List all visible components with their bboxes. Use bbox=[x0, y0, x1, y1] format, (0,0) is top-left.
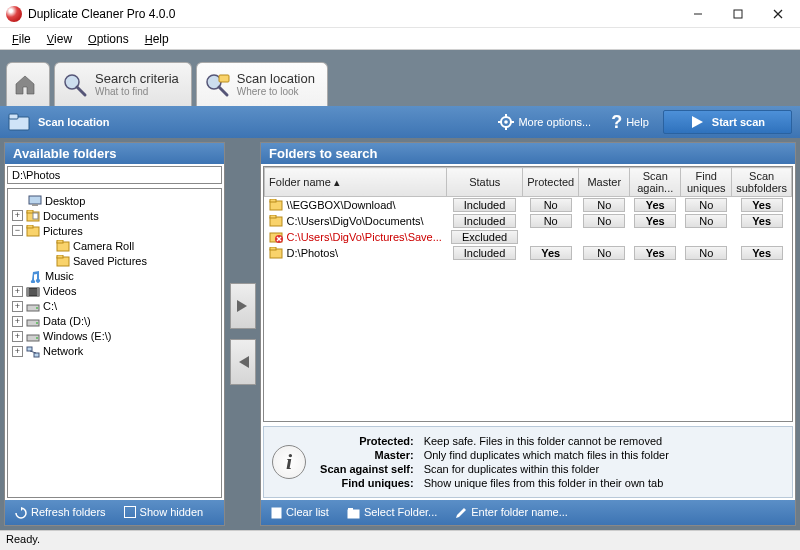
col-folder-name[interactable]: Folder name ▴ bbox=[265, 168, 447, 197]
show-hidden-toggle[interactable]: Show hidden bbox=[120, 504, 208, 520]
menu-options[interactable]: Options bbox=[82, 30, 135, 48]
svg-rect-30 bbox=[27, 288, 29, 296]
music-icon bbox=[28, 269, 42, 282]
svg-rect-1 bbox=[734, 10, 742, 18]
svg-rect-10 bbox=[9, 114, 18, 119]
title-bar: Duplicate Cleaner Pro 4.0.0 bbox=[0, 0, 800, 28]
more-options-button[interactable]: More options... bbox=[492, 110, 597, 134]
refresh-folders-button[interactable]: Refresh folders bbox=[11, 504, 110, 521]
clear-list-button[interactable]: Clear list bbox=[267, 504, 333, 521]
tree-data-drive[interactable]: Data (D:\) bbox=[43, 315, 91, 327]
play-icon bbox=[690, 115, 704, 129]
col-scan-against[interactable]: Scan again... bbox=[630, 168, 681, 197]
documents-icon bbox=[26, 209, 40, 222]
tab-scan-title: Scan location bbox=[237, 72, 315, 86]
collapse-icon[interactable]: − bbox=[12, 225, 23, 236]
gear-icon bbox=[498, 114, 514, 130]
svg-marker-17 bbox=[692, 116, 703, 128]
svg-rect-31 bbox=[37, 288, 39, 296]
info-icon: i bbox=[272, 445, 306, 479]
svg-line-5 bbox=[77, 87, 85, 95]
expand-icon[interactable]: + bbox=[12, 210, 23, 221]
col-protected[interactable]: Protected bbox=[523, 168, 579, 197]
toolbar: Search criteria What to find Scan locati… bbox=[0, 50, 800, 106]
network-icon bbox=[26, 345, 40, 358]
svg-rect-47 bbox=[270, 215, 276, 218]
enter-folder-name-button[interactable]: Enter folder name... bbox=[451, 504, 572, 521]
svg-point-37 bbox=[36, 337, 38, 339]
col-scan-subfolders[interactable]: Scan subfolders bbox=[732, 168, 792, 197]
svg-rect-38 bbox=[27, 347, 32, 351]
menu-view[interactable]: View bbox=[41, 30, 78, 48]
tree-c-drive[interactable]: C:\ bbox=[43, 300, 57, 312]
tab-scan-location[interactable]: Scan location Where to look bbox=[196, 62, 328, 106]
svg-rect-18 bbox=[29, 196, 41, 204]
tab-search-title: Search criteria bbox=[95, 72, 179, 86]
tree-music[interactable]: Music bbox=[45, 270, 74, 282]
section-title: Scan location bbox=[38, 116, 110, 128]
folders-table[interactable]: Folder name ▴ Status Protected Master Sc… bbox=[264, 167, 792, 261]
minimize-button[interactable] bbox=[678, 0, 718, 28]
folder-icon bbox=[347, 506, 360, 519]
table-row[interactable]: C:\Users\DigVo\Pictures\Save...Excluded bbox=[265, 229, 792, 245]
svg-rect-24 bbox=[27, 225, 33, 228]
menu-file[interactable]: File bbox=[6, 30, 37, 48]
magnifier-folder-icon bbox=[203, 71, 231, 99]
menu-bar: File View Options Help bbox=[0, 28, 800, 50]
add-folder-button[interactable] bbox=[230, 283, 256, 329]
document-icon bbox=[271, 506, 282, 519]
status-text: Ready. bbox=[6, 533, 40, 545]
select-folder-button[interactable]: Select Folder... bbox=[343, 504, 441, 521]
start-scan-button[interactable]: Start scan bbox=[663, 110, 792, 134]
folder-icon bbox=[269, 214, 283, 227]
tree-network[interactable]: Network bbox=[43, 345, 83, 357]
remove-folder-button[interactable] bbox=[230, 339, 256, 385]
expand-icon[interactable]: + bbox=[12, 346, 23, 357]
help-button[interactable]: ? Help bbox=[605, 108, 655, 137]
svg-rect-26 bbox=[57, 240, 63, 243]
svg-line-40 bbox=[30, 351, 36, 353]
tab-search-sub: What to find bbox=[95, 86, 179, 97]
table-row[interactable]: D:\Photos\IncludedYesNoYesNoYes bbox=[265, 245, 792, 261]
drive-icon bbox=[26, 330, 40, 343]
action-bar: Scan location More options... ? Help Sta… bbox=[0, 106, 800, 138]
close-button[interactable] bbox=[758, 0, 798, 28]
svg-rect-21 bbox=[27, 210, 33, 213]
tab-home[interactable] bbox=[6, 62, 50, 106]
expand-icon[interactable]: + bbox=[12, 301, 23, 312]
desktop-icon bbox=[28, 194, 42, 207]
tree-pictures[interactable]: Pictures bbox=[43, 225, 83, 237]
right-bottom-bar: Clear list Select Folder... Enter folder… bbox=[261, 500, 795, 525]
expand-icon[interactable]: + bbox=[12, 331, 23, 342]
svg-rect-28 bbox=[57, 255, 63, 258]
path-input[interactable] bbox=[7, 166, 222, 184]
question-icon: ? bbox=[611, 112, 622, 133]
expand-icon[interactable]: + bbox=[12, 286, 23, 297]
tree-videos[interactable]: Videos bbox=[43, 285, 76, 297]
svg-marker-42 bbox=[237, 300, 247, 312]
col-status[interactable]: Status bbox=[447, 168, 523, 197]
menu-help[interactable]: Help bbox=[139, 30, 175, 48]
col-master[interactable]: Master bbox=[579, 168, 630, 197]
tree-documents[interactable]: Documents bbox=[43, 210, 99, 222]
expand-icon[interactable]: + bbox=[12, 316, 23, 327]
tree-windows-drive[interactable]: Windows (E:\) bbox=[43, 330, 111, 342]
left-bottom-bar: Refresh folders Show hidden bbox=[5, 500, 224, 525]
tree-camera-roll[interactable]: Camera Roll bbox=[73, 240, 134, 252]
available-folders-header: Available folders bbox=[5, 143, 224, 164]
svg-line-7 bbox=[219, 87, 227, 95]
folder-tree[interactable]: Desktop +Documents −Pictures Camera Roll… bbox=[7, 188, 222, 498]
tab-search-criteria[interactable]: Search criteria What to find bbox=[54, 62, 192, 106]
folder-icon bbox=[8, 113, 30, 131]
tree-saved-pictures[interactable]: Saved Pictures bbox=[73, 255, 147, 267]
tree-desktop[interactable]: Desktop bbox=[45, 195, 85, 207]
table-row[interactable]: \\EGGBOX\Download\IncludedNoNoYesNoYes bbox=[265, 197, 792, 214]
svg-marker-43 bbox=[239, 356, 249, 368]
sort-asc-icon: ▴ bbox=[334, 176, 340, 188]
table-row[interactable]: C:\Users\DigVo\Documents\IncludedNoNoYes… bbox=[265, 213, 792, 229]
maximize-button[interactable] bbox=[718, 0, 758, 28]
svg-rect-19 bbox=[32, 204, 38, 206]
col-find-uniques[interactable]: Find uniques bbox=[681, 168, 732, 197]
pictures-icon bbox=[26, 224, 40, 237]
transfer-arrows bbox=[229, 142, 256, 526]
